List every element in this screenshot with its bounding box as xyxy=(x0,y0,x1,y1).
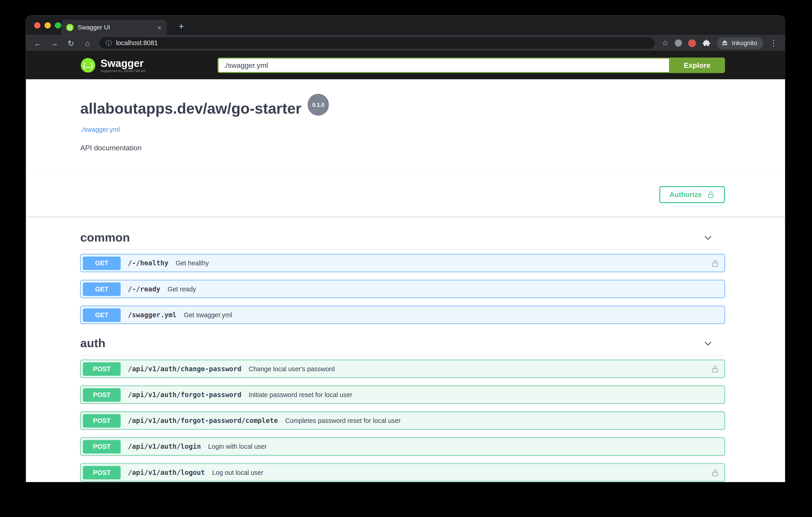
sections-root: common GET /-/healthy Get healthy GET /-… xyxy=(26,217,785,482)
window-close-button[interactable] xyxy=(34,22,40,28)
window-minimize-button[interactable] xyxy=(45,22,51,28)
section-header[interactable]: common xyxy=(80,226,725,250)
api-section: auth POST /api/v1/auth/change-password C… xyxy=(80,332,725,482)
operation-summary: Initiate password reset for local user xyxy=(249,391,719,399)
section-operations: POST /api/v1/auth/change-password Change… xyxy=(80,360,725,482)
method-badge: GET xyxy=(83,256,121,270)
method-badge: POST xyxy=(83,440,121,453)
api-description: API documentation xyxy=(80,143,725,152)
browser-toolbar: ← → ↻ ⌂ ⓘ localhost:8081 ☆ xyxy=(26,35,785,51)
operation-row[interactable]: POST /api/v1/auth/forgot-password/comple… xyxy=(80,412,725,430)
tab-strip: {} Swagger UI × + xyxy=(26,16,785,35)
extension-icon-gray[interactable] xyxy=(675,39,682,47)
operation-row[interactable]: GET /-/healthy Get healthy xyxy=(80,254,725,272)
extensions-puzzle-icon[interactable] xyxy=(702,39,711,47)
section-title: common xyxy=(80,230,130,245)
method-badge: POST xyxy=(83,414,121,427)
forward-icon[interactable]: → xyxy=(50,39,59,47)
page-title: allaboutapps.dev/aw/go-starter0.1.0 xyxy=(80,99,725,123)
back-icon[interactable]: ← xyxy=(33,39,42,47)
authorize-label: Authorize xyxy=(669,191,702,198)
operation-summary: Log out local user xyxy=(212,469,711,476)
unlock-icon xyxy=(707,191,715,198)
swagger-content: allaboutapps.dev/aw/go-starter0.1.0 ./sw… xyxy=(26,79,785,482)
operation-path: /api/v1/auth/logout xyxy=(128,468,205,476)
method-badge: POST xyxy=(83,362,121,376)
operation-path: /swagger.yml xyxy=(128,311,177,319)
version-badge: 0.1.0 xyxy=(308,94,329,116)
site-info-icon[interactable]: ⓘ xyxy=(106,38,112,47)
svg-text:{}: {} xyxy=(67,25,72,30)
chevron-down-icon[interactable] xyxy=(702,338,714,349)
traffic-lights xyxy=(34,22,61,28)
operation-path: /api/v1/auth/forgot-password/complete xyxy=(128,417,278,425)
section-operations: GET /-/healthy Get healthy GET /-/ready … xyxy=(80,254,725,324)
lock-icon[interactable] xyxy=(711,259,719,267)
operation-row[interactable]: GET /swagger.yml Get swagger.yml xyxy=(80,306,725,324)
operation-summary: Change local user's password xyxy=(249,365,711,372)
operation-summary: Get swagger.yml xyxy=(184,311,719,319)
method-badge: GET xyxy=(83,308,121,322)
operation-path: /-/ready xyxy=(128,285,161,293)
method-badge: POST xyxy=(83,388,121,401)
tab-close-icon[interactable]: × xyxy=(157,24,162,31)
operation-summary: Get healthy xyxy=(176,260,711,267)
swagger-favicon: {} xyxy=(66,24,74,31)
swagger-logo: {…} Swagger Supported by SMARTBEAR xyxy=(80,57,146,73)
operation-row[interactable]: POST /api/v1/auth/forgot-password Initia… xyxy=(80,386,725,404)
operation-row[interactable]: POST /api/v1/auth/logout Log out local u… xyxy=(80,463,725,482)
browser-tab[interactable]: {} Swagger UI × xyxy=(61,20,167,35)
lock-icon[interactable] xyxy=(711,468,719,477)
incognito-spy-icon xyxy=(721,39,729,47)
screen: {} Swagger UI × + ← → ↻ ⌂ ⓘ localhost:80… xyxy=(0,0,812,517)
window-zoom-button[interactable] xyxy=(55,22,61,28)
api-section: common GET /-/healthy Get healthy GET /-… xyxy=(80,226,725,324)
chevron-down-icon[interactable] xyxy=(702,232,714,243)
svg-text:{…}: {…} xyxy=(82,62,93,69)
section-title: auth xyxy=(80,336,105,350)
url-text: localhost:8081 xyxy=(116,39,158,47)
spec-link[interactable]: ./swagger.yml xyxy=(80,126,120,133)
incognito-badge: Inkognito xyxy=(717,37,763,49)
swagger-topbar: {…} Swagger Supported by SMARTBEAR Explo… xyxy=(26,51,785,79)
operation-row[interactable]: POST /api/v1/auth/change-password Change… xyxy=(80,360,725,378)
operation-summary: Completes password reset for local user xyxy=(285,417,719,424)
bookmark-star-icon[interactable]: ☆ xyxy=(662,38,669,48)
extension-icon-red[interactable] xyxy=(688,39,696,47)
reload-icon[interactable]: ↻ xyxy=(66,39,76,47)
address-bar[interactable]: ⓘ localhost:8081 xyxy=(99,37,655,49)
spec-url-form: Explore xyxy=(218,57,725,73)
swagger-wordmark: Swagger xyxy=(100,58,146,68)
api-title-text: allaboutapps.dev/aw/go-starter xyxy=(80,100,301,116)
operation-path: /api/v1/auth/change-password xyxy=(128,365,241,373)
explore-button[interactable]: Explore xyxy=(669,57,725,73)
toolbar-right: ☆ Inkognito ⋮ xyxy=(662,37,778,49)
incognito-label: Inkognito xyxy=(732,39,757,47)
scheme-container: Authorize xyxy=(26,172,785,217)
new-tab-button[interactable]: + xyxy=(175,20,187,33)
smartbear-caption: Supported by SMARTBEAR xyxy=(100,69,146,72)
operation-row[interactable]: GET /-/ready Get ready xyxy=(80,280,725,298)
authorize-button[interactable]: Authorize xyxy=(659,186,725,203)
operation-path: /api/v1/auth/forgot-password xyxy=(128,391,241,399)
swagger-logo-icon: {…} xyxy=(80,57,96,73)
spec-url-input[interactable] xyxy=(218,57,669,73)
tab-title: Swagger UI xyxy=(78,24,153,31)
lock-icon[interactable] xyxy=(711,364,719,373)
api-info: allaboutapps.dev/aw/go-starter0.1.0 ./sw… xyxy=(26,79,785,172)
browser-menu-icon[interactable]: ⋮ xyxy=(770,39,778,47)
home-icon[interactable]: ⌂ xyxy=(83,39,92,47)
operation-path: /-/healthy xyxy=(128,259,169,267)
operation-summary: Login with local user xyxy=(208,443,719,450)
operation-row[interactable]: POST /api/v1/auth/login Login with local… xyxy=(80,437,725,456)
browser-window: {} Swagger UI × + ← → ↻ ⌂ ⓘ localhost:80… xyxy=(26,16,785,482)
section-header[interactable]: auth xyxy=(80,332,725,356)
operation-summary: Get ready xyxy=(168,285,719,293)
method-badge: GET xyxy=(83,282,121,296)
method-badge: POST xyxy=(83,466,121,479)
operation-path: /api/v1/auth/login xyxy=(128,443,201,450)
